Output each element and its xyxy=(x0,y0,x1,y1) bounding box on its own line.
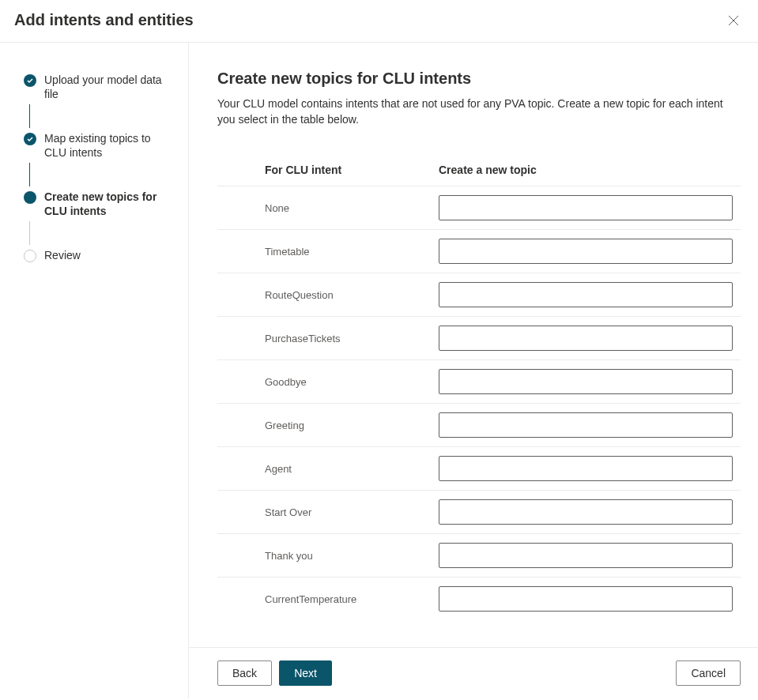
dialog-title: Add intents and entities xyxy=(14,11,194,29)
step-connector xyxy=(29,104,30,128)
step-label: Review xyxy=(44,248,81,262)
topic-input[interactable] xyxy=(439,326,733,351)
step-label: Map existing topics to CLU intents xyxy=(44,131,174,160)
topic-input[interactable] xyxy=(439,456,733,481)
pending-step-icon xyxy=(24,250,36,262)
intent-name: RouteQuestion xyxy=(217,289,439,301)
intent-name: Start Over xyxy=(217,506,439,518)
step-map-topics[interactable]: Map existing topics to CLU intents xyxy=(24,131,174,160)
intent-name: Thank you xyxy=(217,550,439,562)
back-button[interactable]: Back xyxy=(217,660,272,686)
topic-input[interactable] xyxy=(439,499,733,525)
current-step-icon xyxy=(24,191,36,204)
step-create-topics[interactable]: Create new topics for CLU intents xyxy=(24,190,174,218)
column-header-intent: For CLU intent xyxy=(217,164,439,176)
topic-input[interactable] xyxy=(439,586,733,612)
check-circle-icon xyxy=(24,74,36,87)
intent-name: CurrentTemperature xyxy=(217,593,439,605)
close-icon xyxy=(728,15,739,26)
table-row: Goodbye xyxy=(217,359,741,403)
step-connector xyxy=(29,221,30,245)
check-circle-icon xyxy=(24,133,36,145)
table-row: None xyxy=(217,186,741,229)
dialog-footer: Back Next Cancel xyxy=(189,647,758,698)
intents-table: For CLU intent Create a new topic None T… xyxy=(217,156,741,620)
table-row: PurchaseTickets xyxy=(217,316,741,359)
intent-name: PurchaseTickets xyxy=(217,333,439,344)
intent-name: Goodbye xyxy=(217,376,439,388)
table-row: Greeting xyxy=(217,403,741,446)
page-heading: Create new topics for CLU intents xyxy=(217,70,741,88)
intent-name: Timetable xyxy=(217,246,439,258)
table-row: Start Over xyxy=(217,490,741,533)
next-button[interactable]: Next xyxy=(279,660,332,686)
cancel-button[interactable]: Cancel xyxy=(676,660,741,686)
table-row: CurrentTemperature xyxy=(217,577,741,620)
step-label: Upload your model data file xyxy=(44,73,174,101)
table-row: Timetable xyxy=(217,229,741,273)
step-review[interactable]: Review xyxy=(24,248,174,262)
dialog-header: Add intents and entities xyxy=(0,0,758,43)
intent-name: None xyxy=(217,202,439,214)
table-row: RouteQuestion xyxy=(217,273,741,316)
wizard-steps-sidebar: Upload your model data file Map existing… xyxy=(0,43,189,698)
topic-input[interactable] xyxy=(439,412,733,438)
step-label: Create new topics for CLU intents xyxy=(44,190,174,218)
intent-name: Greeting xyxy=(217,420,439,431)
column-header-topic: Create a new topic xyxy=(439,164,741,176)
step-connector xyxy=(29,163,30,186)
topic-input[interactable] xyxy=(439,543,733,568)
close-button[interactable] xyxy=(725,12,742,29)
content-area: Create new topics for CLU intents Your C… xyxy=(189,43,758,647)
intent-name: Agent xyxy=(217,463,439,475)
step-upload-model[interactable]: Upload your model data file xyxy=(24,73,174,101)
topic-input[interactable] xyxy=(439,282,733,307)
table-row: Agent xyxy=(217,446,741,490)
topic-input[interactable] xyxy=(439,239,733,264)
footer-primary-actions: Back Next xyxy=(217,660,332,686)
page-description: Your CLU model contains intents that are… xyxy=(217,96,741,127)
main-panel: Create new topics for CLU intents Your C… xyxy=(189,43,758,698)
dialog-body: Upload your model data file Map existing… xyxy=(0,43,758,698)
topic-input[interactable] xyxy=(439,369,733,394)
topic-input[interactable] xyxy=(439,195,733,220)
table-row: Thank you xyxy=(217,533,741,577)
table-header: For CLU intent Create a new topic xyxy=(217,156,741,186)
